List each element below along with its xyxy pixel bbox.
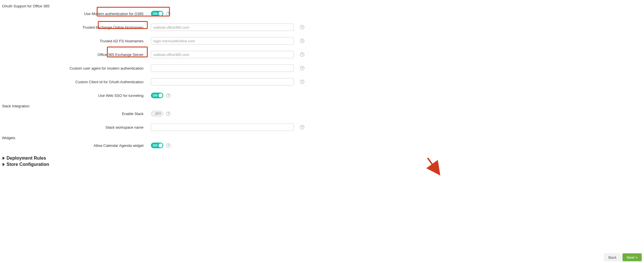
label-trusted-exchange: Trusted Exchange Online Hostnames [0, 25, 145, 30]
label-slack-ws: Slack workspace name [0, 125, 145, 130]
help-icon[interactable] [300, 125, 304, 130]
chevron-right-icon [3, 156, 5, 160]
help-icon[interactable] [166, 93, 170, 98]
label-modern-auth: Use Modern authentication for O365 [0, 12, 145, 16]
expander-label: Store Configuration [7, 162, 49, 167]
label-enable-slack: Enable Slack [0, 112, 145, 116]
toggle-enable-slack[interactable]: OFF [151, 111, 163, 116]
input-trusted-exchange[interactable] [151, 24, 294, 31]
chevron-right-icon [3, 163, 5, 166]
label-trusted-adfs: Trusted AD FS Hostnames [0, 39, 145, 43]
back-button[interactable]: Back [604, 253, 621, 261]
input-slack-ws[interactable] [151, 124, 294, 131]
toggle-text: ON [153, 12, 157, 15]
label-o365-exchange: Office 365 Exchange Server [0, 53, 145, 57]
input-custom-ua[interactable] [151, 64, 294, 72]
svg-line-1 [428, 158, 438, 172]
toggle-web-sso[interactable]: ON [151, 93, 163, 98]
help-icon[interactable] [166, 12, 170, 16]
label-custom-ua: Custom user agent for modern authenticat… [0, 66, 145, 70]
input-custom-client[interactable] [151, 78, 294, 85]
input-o365-exchange[interactable] [151, 51, 294, 58]
expander-deployment-rules[interactable]: Deployment Rules [3, 156, 46, 161]
toggle-text: ON [153, 94, 157, 97]
help-icon[interactable] [166, 143, 170, 148]
label-custom-client: Custom Client Id for OAuth Authenticatio… [0, 80, 145, 84]
help-icon[interactable] [166, 112, 170, 116]
toggle-calendar-widget[interactable]: ON [151, 143, 163, 148]
toggle-modern-auth[interactable]: ON [151, 11, 163, 16]
help-icon[interactable] [300, 39, 304, 43]
help-icon[interactable] [300, 80, 304, 84]
toggle-text: OFF [155, 112, 162, 115]
input-trusted-adfs[interactable] [151, 37, 294, 45]
help-icon[interactable] [300, 25, 304, 30]
label-calendar-widget: Allow Calendar Agenda widget [0, 143, 145, 148]
expander-store-configuration[interactable]: Store Configuration [3, 162, 49, 167]
next-button[interactable]: Next > [622, 253, 642, 261]
arrow-annotation-icon [425, 156, 442, 176]
toggle-text: ON [153, 144, 157, 147]
help-icon[interactable] [300, 66, 304, 70]
help-icon[interactable] [300, 53, 304, 57]
expander-label: Deployment Rules [7, 156, 46, 161]
label-web-sso: Use Web SSO for tunneling [0, 93, 145, 98]
